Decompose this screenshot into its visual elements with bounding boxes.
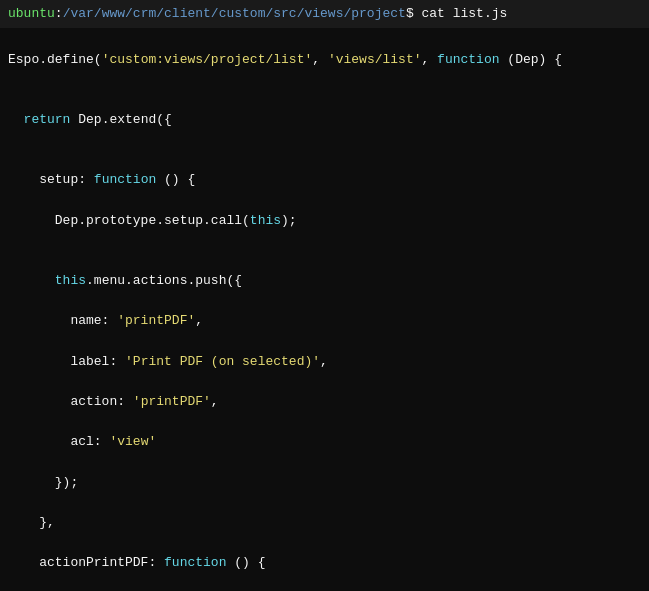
prompt-path: /var/www/crm/client/custom/src/views/pro… bbox=[63, 6, 406, 21]
code-line-9: name: 'printPDF', bbox=[8, 311, 641, 331]
code-line-11: action: 'printPDF', bbox=[8, 392, 641, 412]
code-line-8: this.menu.actions.push({ bbox=[8, 271, 641, 291]
code-line-1: Espo.define('custom:views/project/list',… bbox=[8, 50, 641, 70]
code-line-12: acl: 'view' bbox=[8, 432, 641, 452]
code-line-10: label: 'Print PDF (on selected)', bbox=[8, 352, 641, 372]
code-line-6: Dep.prototype.setup.call(this); bbox=[8, 211, 641, 231]
terminal-prompt: ubuntu:/var/www/crm/client/custom/src/vi… bbox=[0, 0, 649, 28]
terminal-window: ubuntu:/var/www/crm/client/custom/src/vi… bbox=[0, 0, 649, 591]
code-line-15: actionPrintPDF: function () { bbox=[8, 553, 641, 573]
code-line-13: }); bbox=[8, 473, 641, 493]
prompt-colon: : bbox=[55, 6, 63, 21]
code-content: Espo.define('custom:views/project/list',… bbox=[0, 28, 649, 592]
prompt-user: ubuntu bbox=[8, 6, 55, 21]
prompt-command: cat list.js bbox=[422, 6, 508, 21]
prompt-dollar: $ bbox=[406, 6, 422, 21]
code-line-5: setup: function () { bbox=[8, 170, 641, 190]
code-line-3: return Dep.extend({ bbox=[8, 110, 641, 130]
code-line-14: }, bbox=[8, 513, 641, 533]
